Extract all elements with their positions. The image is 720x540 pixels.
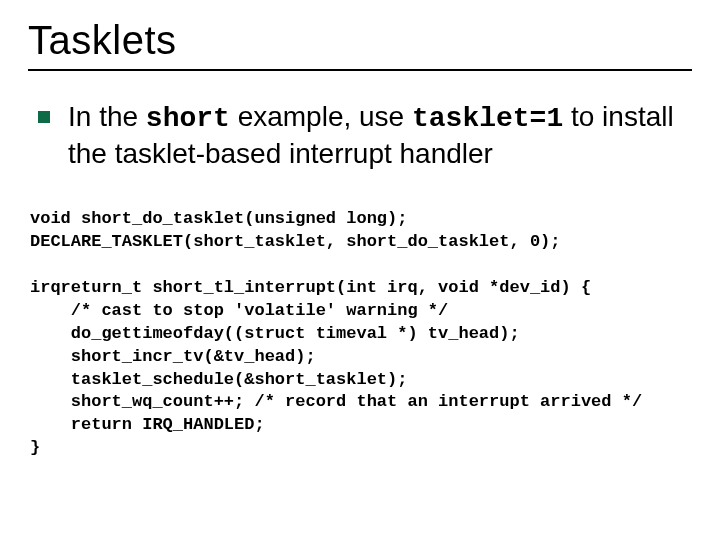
code-line: /* cast to stop 'volatile' warning */ bbox=[30, 301, 448, 320]
bullet-code-2: tasklet=1 bbox=[412, 103, 563, 134]
slide: Tasklets In the short example, use taskl… bbox=[0, 0, 720, 540]
code-line: irqreturn_t short_tl_interrupt(int irq, … bbox=[30, 278, 591, 297]
bullet-text: In the short example, use tasklet=1 to i… bbox=[68, 99, 692, 171]
title-rule bbox=[28, 69, 692, 71]
bullet-mid: example, use bbox=[230, 101, 412, 132]
bullet-item: In the short example, use tasklet=1 to i… bbox=[38, 99, 692, 171]
code-line: return IRQ_HANDLED; bbox=[30, 415, 265, 434]
code-line: DECLARE_TASKLET(short_tasklet, short_do_… bbox=[30, 232, 561, 251]
bullet-icon bbox=[38, 111, 50, 123]
slide-title: Tasklets bbox=[28, 18, 692, 63]
code-line: } bbox=[30, 438, 40, 457]
code-line: void short_do_tasklet(unsigned long); bbox=[30, 209, 407, 228]
code-line: short_wq_count++; /* record that an inte… bbox=[30, 392, 642, 411]
bullet-prefix: In the bbox=[68, 101, 146, 132]
code-line: do_gettimeofday((struct timeval *) tv_he… bbox=[30, 324, 520, 343]
code-line: short_incr_tv(&tv_head); bbox=[30, 347, 316, 366]
code-block: void short_do_tasklet(unsigned long); DE… bbox=[30, 185, 692, 483]
code-line: tasklet_schedule(&short_tasklet); bbox=[30, 370, 407, 389]
bullet-code-1: short bbox=[146, 103, 230, 134]
